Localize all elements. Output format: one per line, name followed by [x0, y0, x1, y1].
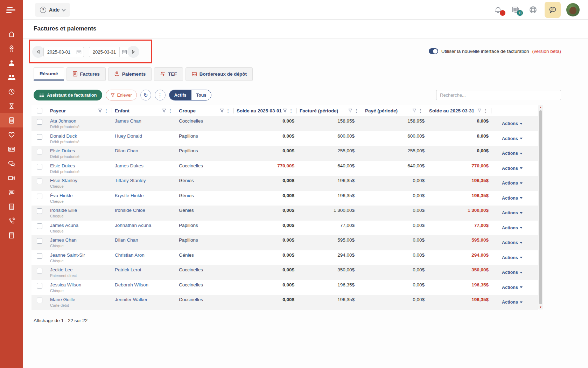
refresh-button[interactable]: ↻ — [140, 90, 151, 100]
column-enfant[interactable]: Enfant — [115, 108, 130, 113]
row-checkbox[interactable] — [37, 298, 42, 303]
tab-factures[interactable]: Factures — [66, 67, 106, 81]
chat-button[interactable] — [545, 2, 561, 18]
segment-actifs[interactable]: Actifs — [169, 90, 191, 100]
notifications-button[interactable]: 4 — [492, 4, 504, 16]
row-actions-button[interactable]: Actions — [502, 136, 523, 141]
sidebar-item-families[interactable] — [0, 70, 23, 84]
row-checkbox[interactable] — [37, 208, 42, 214]
row-checkbox[interactable] — [37, 194, 42, 199]
filter-icon[interactable] — [348, 109, 352, 113]
sidebar-item-conversations[interactable] — [0, 156, 23, 171]
child-name-link[interactable]: Patrick Leroi — [112, 267, 176, 272]
child-name-link[interactable]: Krystle Hinkle — [112, 193, 176, 198]
row-actions-button[interactable]: Actions — [502, 240, 523, 245]
payer-name-link[interactable]: James Acuna — [47, 223, 112, 228]
tab-resume[interactable]: Résumé — [34, 67, 64, 81]
filter-icon[interactable] — [283, 109, 287, 113]
column-solde-debut[interactable]: Solde au 2025-03-01 — [237, 108, 282, 113]
avatar[interactable] — [566, 3, 580, 16]
tab-paiements[interactable]: Paiements — [108, 67, 152, 81]
row-checkbox[interactable] — [37, 119, 42, 125]
billing-assistant-button[interactable]: Assistant de facturation — [34, 90, 102, 100]
payer-name-link[interactable]: James Chan — [47, 237, 112, 243]
payer-name-link[interactable]: Donald Duck — [47, 133, 112, 139]
payer-name-link[interactable]: Jeckie Lee — [47, 267, 112, 272]
child-name-link[interactable]: Deborah Wilson — [112, 282, 176, 287]
filter-icon[interactable] — [220, 109, 224, 113]
row-actions-button[interactable]: Actions — [502, 255, 523, 260]
row-actions-button[interactable]: Actions — [502, 166, 523, 171]
column-menu-icon[interactable]: ⋮ — [418, 108, 423, 113]
payer-name-link[interactable]: Ironside Ellie — [47, 208, 112, 213]
filter-icon[interactable] — [412, 109, 416, 113]
row-actions-button[interactable]: Actions — [502, 285, 523, 290]
column-menu-icon[interactable]: ⋮ — [483, 108, 488, 113]
row-checkbox[interactable] — [37, 238, 42, 244]
row-actions-button[interactable]: Actions — [502, 196, 523, 201]
support-button[interactable] — [527, 4, 539, 16]
child-name-link[interactable]: Dilan Chan — [112, 237, 176, 243]
column-menu-icon[interactable]: ⋮ — [226, 108, 230, 113]
row-checkbox[interactable] — [37, 223, 42, 229]
tab-tef[interactable]: TEF — [154, 67, 183, 81]
filter-icon[interactable] — [477, 109, 482, 113]
sidebar-item-video[interactable] — [0, 171, 23, 185]
row-actions-button[interactable]: Actions — [502, 181, 523, 186]
scrollbar-thumb[interactable] — [539, 110, 542, 304]
payer-name-link[interactable]: Ata Johnson — [47, 118, 112, 124]
sidebar-item-facility[interactable] — [0, 199, 23, 214]
beta-interface-toggle[interactable] — [429, 48, 438, 54]
payer-name-link[interactable]: Elsie Dukes — [47, 163, 112, 168]
child-name-link[interactable]: Johnathan Acuna — [112, 223, 176, 228]
tab-bordereaux[interactable]: Bordereaux de dépôt — [186, 67, 253, 81]
column-groupe[interactable]: Groupe — [179, 108, 196, 113]
sidebar-item-staff[interactable] — [0, 56, 23, 70]
row-checkbox[interactable] — [37, 164, 42, 169]
column-menu-icon[interactable]: ⋮ — [289, 108, 293, 113]
row-actions-button[interactable]: Actions — [502, 225, 523, 230]
sidebar-item-home[interactable] — [0, 27, 23, 41]
payer-name-link[interactable]: Éva Hinkle — [47, 193, 112, 198]
child-name-link[interactable]: Christian Aron — [112, 252, 176, 258]
sidebar-item-health[interactable] — [0, 127, 23, 142]
remove-filter-button[interactable]: Enlever — [106, 90, 136, 100]
sidebar-item-children[interactable] — [0, 41, 23, 56]
filter-icon[interactable] — [98, 109, 102, 113]
table-scrollbar[interactable]: ▲ ▼ — [538, 105, 543, 310]
row-checkbox[interactable] — [37, 134, 42, 140]
row-checkbox[interactable] — [37, 149, 42, 154]
child-name-link[interactable]: Huey Donald — [112, 133, 176, 139]
child-name-link[interactable]: Tiffany Stanley — [112, 178, 176, 183]
column-menu-icon[interactable]: ⋮ — [168, 108, 173, 113]
row-checkbox[interactable] — [37, 179, 42, 184]
row-checkbox[interactable] — [37, 283, 42, 289]
column-facture[interactable]: Facturé (période) — [300, 108, 338, 113]
column-solde-fin[interactable]: Solde au 2025-03-31 — [429, 108, 474, 113]
sidebar-item-schedule[interactable] — [0, 99, 23, 113]
row-checkbox[interactable] — [37, 253, 42, 259]
row-checkbox[interactable] — [37, 268, 42, 273]
select-all-checkbox[interactable] — [37, 108, 42, 113]
child-name-link[interactable]: James Chan — [112, 118, 176, 124]
column-payeur[interactable]: Payeur — [50, 108, 66, 113]
sidebar-item-attendance[interactable] — [0, 84, 23, 99]
payer-name-link[interactable]: Elsie Stanley — [47, 178, 112, 183]
column-paye[interactable]: Payé (période) — [365, 108, 398, 113]
payer-name-link[interactable]: Jessica Wilson — [47, 282, 112, 287]
row-actions-button[interactable]: Actions — [502, 210, 523, 215]
sidebar-item-id-cards[interactable] — [0, 142, 23, 156]
more-options-button[interactable]: ⋮ — [155, 90, 166, 100]
sidebar-item-invoices[interactable] — [0, 113, 23, 127]
child-name-link[interactable]: Dilan Chan — [112, 148, 176, 153]
child-name-link[interactable]: James Dukes — [112, 163, 176, 168]
help-button[interactable]: ? Aide — [35, 3, 70, 17]
row-actions-button[interactable]: Actions — [502, 300, 523, 305]
reports-button[interactable]: 11 — [510, 4, 522, 16]
child-name-link[interactable]: Jennifer Walker — [112, 297, 176, 302]
child-name-link[interactable]: Ironside Chloe — [112, 208, 176, 213]
row-actions-button[interactable]: Actions — [502, 121, 523, 126]
search-input[interactable] — [436, 90, 561, 100]
sidebar-item-messages[interactable] — [0, 185, 23, 199]
row-actions-button[interactable]: Actions — [502, 270, 523, 275]
